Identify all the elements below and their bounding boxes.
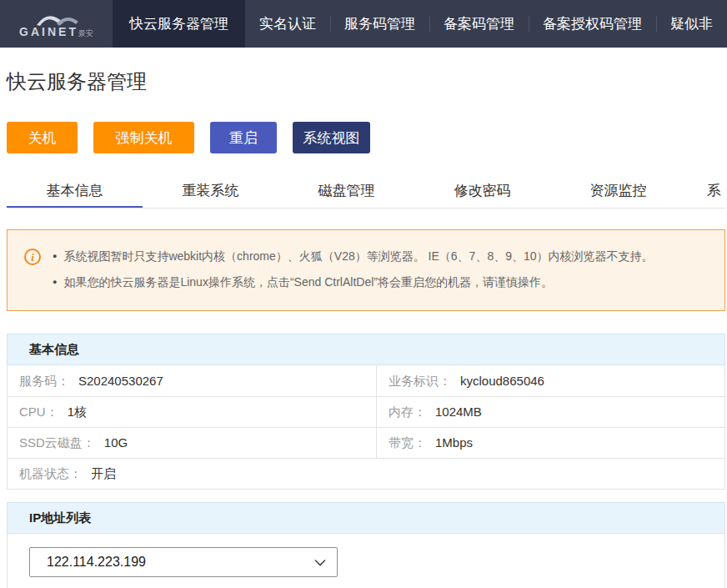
table-row: 机器状态： 开启 <box>8 458 724 489</box>
basic-info-table: 服务码： S20240530267 业务标识： kycloud865046 CP… <box>7 365 725 490</box>
table-row: CPU： 1核 内存： 1024MB <box>8 396 724 427</box>
field-machine-status: 机器状态： 开启 <box>8 459 724 489</box>
tab-clipped[interactable]: 系 <box>686 175 725 208</box>
page-title: 快云服务器管理 <box>7 69 725 94</box>
ip-address-select[interactable]: 122.114.223.199 <box>29 547 338 577</box>
tab-resource-monitor[interactable]: 资源监控 <box>550 175 686 208</box>
gainet-logo[interactable]: GAINET景安 <box>0 0 113 48</box>
field-bandwidth: 带宽： 1Mbps <box>376 428 724 458</box>
nav-item-service-code[interactable]: 服务码管理 <box>330 0 429 48</box>
tab-change-password[interactable]: 修改密码 <box>414 175 550 208</box>
tab-reinstall-system[interactable]: 重装系统 <box>143 175 278 208</box>
ip-address-selected-value: 122.114.223.199 <box>47 555 146 570</box>
reboot-button[interactable]: 重启 <box>210 122 277 153</box>
info-icon <box>24 249 41 265</box>
basic-info-panel-title: 基本信息 <box>7 334 725 365</box>
chevron-down-icon <box>314 559 326 566</box>
tab-basic-info[interactable]: 基本信息 <box>7 175 143 209</box>
main-content: 快云服务器管理 关机 强制关机 重启 系统视图 基本信息 重装系统 磁盘管理 修… <box>7 69 725 588</box>
field-ssd-disk: SSD云磁盘： 10G <box>8 428 376 458</box>
field-service-code: 服务码： S20240530267 <box>8 365 376 396</box>
ip-list-body: 122.114.223.199 <box>7 534 725 588</box>
table-row: SSD云磁盘： 10G 带宽： 1Mbps <box>8 427 724 458</box>
notice-line-browser: 系统视图暂时只支持webkit内核（chrome）、火狐（V28）等浏览器。 I… <box>53 244 708 270</box>
ip-list-panel-title: IP地址列表 <box>7 502 725 534</box>
ip-list-panel: IP地址列表 122.114.223.199 <box>7 502 725 588</box>
tab-bar: 基本信息 重装系统 磁盘管理 修改密码 资源监控 系 <box>7 175 725 209</box>
nav-item-kuaiyun-server[interactable]: 快云服务器管理 <box>113 0 245 48</box>
top-navbar: GAINET景安 快云服务器管理 实名认证 服务码管理 备案码管理 备案授权码管… <box>0 0 727 48</box>
tab-disk-management[interactable]: 磁盘管理 <box>278 175 414 208</box>
field-business-id: 业务标识： kycloud865046 <box>376 365 724 396</box>
nav-item-realname-auth[interactable]: 实名认证 <box>245 0 330 48</box>
field-memory: 内存： 1024MB <box>376 397 724 427</box>
action-button-row: 关机 强制关机 重启 系统视图 <box>7 122 725 153</box>
table-row: 服务码： S20240530267 业务标识： kycloud865046 <box>8 365 724 396</box>
gainet-logo-icon <box>27 8 87 27</box>
nav-item-suspect[interactable]: 疑似非 <box>656 0 727 48</box>
gainet-logo-text: GAINET景安 <box>19 27 93 39</box>
shutdown-button[interactable]: 关机 <box>7 122 78 153</box>
notice-box: 系统视图暂时只支持webkit内核（chrome）、火狐（V28）等浏览器。 I… <box>7 229 725 311</box>
nav-item-beian-auth-code[interactable]: 备案授权码管理 <box>529 0 656 48</box>
field-cpu: CPU： 1核 <box>8 397 376 427</box>
force-shutdown-button[interactable]: 强制关机 <box>93 122 194 153</box>
system-view-button[interactable]: 系统视图 <box>293 122 370 153</box>
basic-info-panel: 基本信息 服务码： S20240530267 业务标识： kycloud8650… <box>7 334 725 490</box>
nav-item-beian-code[interactable]: 备案码管理 <box>429 0 529 48</box>
notice-line-linux: 如果您的快云服务器是Linux操作系统，点击“Send CtrlAltDel”将… <box>53 270 708 296</box>
